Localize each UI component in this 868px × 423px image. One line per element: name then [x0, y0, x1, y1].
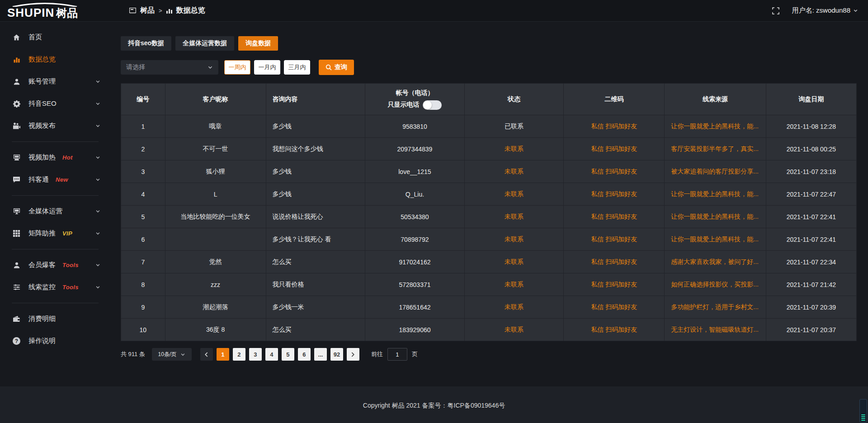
page-ellipsis[interactable]: ... — [314, 348, 327, 361]
user-menu[interactable]: 用户名: zswodun88 — [792, 6, 858, 15]
sidebar-item-video-heating[interactable]: 视频加热 Hot — [0, 146, 108, 169]
qrcode-link[interactable]: 私信 扫码加好友 — [564, 160, 665, 183]
status-badge: 未联系 — [464, 273, 564, 296]
source-link[interactable]: 让你一眼就爱上的黑科技，能... — [665, 206, 766, 228]
page-button-2[interactable]: 2 — [233, 348, 245, 361]
cell-content: 多少钱一米 — [266, 296, 365, 319]
source-link[interactable]: 让你一眼就爱上的黑科技，能... — [665, 183, 766, 206]
sidebar-item-instructions[interactable]: ? 操作说明 — [0, 330, 108, 352]
cell-content: 怎么买 — [266, 251, 365, 273]
tab-douyin-seo-data[interactable]: 抖音seo数据 — [121, 36, 171, 51]
sidebar-item-label: 首页 — [28, 33, 42, 42]
status-badge: 未联系 — [464, 251, 564, 273]
qrcode-link[interactable]: 私信 扫码加好友 — [564, 273, 665, 296]
cell-no: 5 — [121, 206, 165, 228]
status-badge: 未联系 — [464, 319, 564, 341]
cell-content: 说说价格让我死心 — [266, 206, 365, 228]
qrcode-link[interactable]: 私信 扫码加好友 — [564, 296, 665, 319]
sidebar-item-label: 账号管理 — [28, 77, 56, 86]
sidebar-item-label: 会员爆客 — [28, 261, 56, 269]
range-quarter-button[interactable]: 三月内 — [284, 60, 310, 75]
table-header-row: 编号 客户昵称 咨询内容 帐号（电话） 只显示电话 状态 二维码 — [121, 84, 857, 115]
breadcrumb-home[interactable]: 树品 — [140, 6, 155, 15]
qrcode-link[interactable]: 私信 扫码加好友 — [564, 183, 665, 206]
source-link[interactable]: 感谢大家喜欢我家，被问了好... — [665, 251, 766, 273]
sidebar-item-video-publish[interactable]: 视频发布 — [0, 115, 108, 137]
cell-date: 2021-11-07 22:41 — [766, 206, 856, 228]
page-button-4[interactable]: 4 — [265, 348, 278, 361]
sidebar-item-label: 矩阵助推 — [28, 229, 56, 238]
page-button-5[interactable]: 5 — [282, 348, 294, 361]
sidebar-item-member-leads[interactable]: 会员爆客 Tools — [0, 254, 108, 276]
cell-content: 多少钱 — [266, 160, 365, 183]
sidebar-item-data-overview[interactable]: 数据总览 — [0, 48, 108, 70]
cell-date: 2021-11-07 20:39 — [766, 296, 856, 319]
sidebar-item-account-management[interactable]: 账号管理 — [0, 70, 108, 93]
range-week-button[interactable]: 一周内 — [224, 60, 250, 75]
qrcode-link[interactable]: 私信 扫码加好友 — [564, 319, 665, 341]
table-row: 9 潮起潮落 多少钱一米 178651642 未联系 私信 扫码加好友 多功能护… — [121, 296, 857, 319]
video-camera-icon — [12, 122, 21, 129]
chevron-down-icon — [95, 123, 100, 128]
source-link[interactable]: 如何正确选择投影仪，买投影... — [665, 273, 766, 296]
page-button-1[interactable]: 1 — [217, 348, 229, 361]
chevron-down-icon — [95, 177, 100, 182]
cell-date: 2021-11-07 22:41 — [766, 228, 856, 251]
tools-badge: Tools — [62, 262, 79, 268]
page-button-3[interactable]: 3 — [249, 348, 262, 361]
sidebar-item-omnimedia-operation[interactable]: 全媒体运营 — [0, 200, 108, 222]
chevron-down-icon — [95, 263, 100, 268]
page-button-6[interactable]: 6 — [298, 348, 311, 361]
cell-no: 8 — [121, 273, 165, 296]
sidebar-item-label: 抖音SEO — [28, 99, 57, 108]
total-count-label: 共 911 条 — [121, 350, 145, 358]
search-button[interactable]: 查询 — [319, 60, 354, 75]
qrcode-link[interactable]: 私信 扫码加好友 — [564, 115, 665, 138]
next-page-button[interactable] — [347, 348, 359, 361]
goto-page-input[interactable] — [387, 348, 407, 361]
qrcode-link[interactable]: 私信 扫码加好友 — [564, 228, 665, 251]
table-row: 3 狐小狸 多少钱 love__1215 未联系 私信 扫码加好友 被大家追着问… — [121, 160, 857, 183]
tab-inquiry-data[interactable]: 询盘数据 — [238, 36, 278, 51]
source-link[interactable]: 无主灯设计，智能磁吸轨道灯... — [665, 319, 766, 341]
cell-date: 2021-11-08 12:28 — [766, 115, 856, 138]
source-link[interactable]: 让你一眼就爱上的黑科技，能... — [665, 228, 766, 251]
page-size-value: 10条/页 — [158, 351, 177, 358]
sidebar-item-doukotong[interactable]: 抖客通 New — [0, 169, 108, 191]
cell-account: 178651642 — [365, 296, 465, 319]
qrcode-link[interactable]: 私信 扫码加好友 — [564, 138, 665, 160]
goto-label: 前往 — [371, 350, 383, 358]
sidebar: 首页 数据总览 账号管理 抖音SEO 视频发布 视频加热 Hot 抖客通 New… — [0, 22, 108, 423]
cell-nickname: zzz — [165, 273, 266, 296]
sidebar-item-label: 抖客通 — [28, 175, 49, 184]
qrcode-link[interactable]: 私信 扫码加好友 — [564, 251, 665, 273]
chevron-down-icon — [95, 209, 100, 214]
sidebar-item-lead-monitoring[interactable]: 线索监控 Tools — [0, 276, 108, 298]
pagination: 共 911 条 10条/页 1 2 3 4 5 6 ... 92 前往 页 — [121, 348, 857, 361]
phone-only-toggle[interactable] — [423, 100, 442, 110]
chevron-down-icon — [208, 65, 213, 70]
source-link[interactable]: 被大家追着问的客厅投影分享... — [665, 160, 766, 183]
fullscreen-icon[interactable] — [772, 7, 779, 14]
cell-no: 6 — [121, 228, 165, 251]
account-select[interactable]: 请选择 — [121, 60, 218, 75]
range-month-button[interactable]: 一月内 — [254, 60, 280, 75]
cell-no: 9 — [121, 296, 165, 319]
prev-page-button[interactable] — [200, 348, 213, 361]
source-link[interactable]: 客厅安装投影半年多了，真实... — [665, 138, 766, 160]
hot-badge: Hot — [62, 154, 73, 161]
sidebar-item-douyin-seo[interactable]: 抖音SEO — [0, 93, 108, 115]
page-size-select[interactable]: 10条/页 — [152, 348, 192, 361]
sidebar-item-consumption-details[interactable]: 消费明细 — [0, 308, 108, 330]
qrcode-link[interactable]: 私信 扫码加好友 — [564, 206, 665, 228]
source-link[interactable]: 多功能护栏灯，适用于乡村文... — [665, 296, 766, 319]
sidebar-item-home[interactable]: 首页 — [0, 26, 108, 48]
page-button-92[interactable]: 92 — [330, 348, 343, 361]
cell-date: 2021-11-07 20:37 — [766, 319, 856, 341]
tab-omnimedia-data[interactable]: 全媒体运营数据 — [175, 36, 234, 51]
table-row: 10 36度 8 怎么买 183929060 未联系 私信 扫码加好友 无主灯设… — [121, 319, 857, 341]
source-link[interactable]: 让你一眼就爱上的黑科技，能... — [665, 115, 766, 138]
sidebar-item-matrix-boost[interactable]: 矩阵助推 VIP — [0, 222, 108, 244]
browser-widget — [859, 399, 867, 423]
cell-nickname: 狐小狸 — [165, 160, 266, 183]
